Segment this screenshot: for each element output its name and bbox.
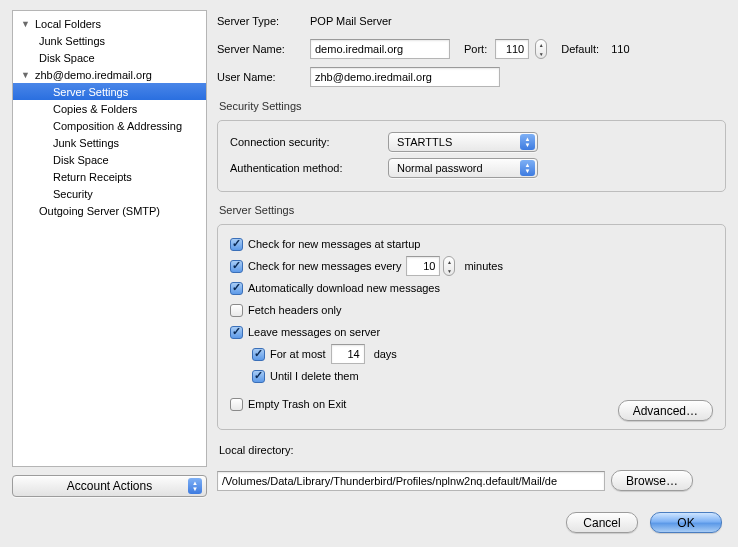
account-tree: ▼ Local Folders Junk Settings Disk Space… bbox=[12, 10, 207, 467]
tree-label: Junk Settings bbox=[53, 137, 119, 149]
port-input[interactable] bbox=[495, 39, 529, 59]
select-value: Normal password bbox=[397, 162, 483, 174]
browse-button[interactable]: Browse… bbox=[611, 470, 693, 491]
for-at-most-checkbox[interactable] bbox=[252, 348, 265, 361]
updown-arrows-icon: ▲▼ bbox=[520, 134, 535, 150]
tree-item-disk-space-acct[interactable]: Disk Space bbox=[13, 151, 206, 168]
until-delete-label: Until I delete them bbox=[270, 370, 359, 382]
user-name-label: User Name: bbox=[217, 71, 302, 83]
fetch-headers-label: Fetch headers only bbox=[248, 304, 342, 316]
advanced-button[interactable]: Advanced… bbox=[618, 400, 713, 421]
for-at-most-prefix: For at most bbox=[270, 348, 326, 360]
tree-label: Security bbox=[53, 188, 93, 200]
tree-item-server-settings[interactable]: Server Settings bbox=[13, 83, 206, 100]
account-actions-menu[interactable]: Account Actions ▲▼ bbox=[12, 475, 207, 497]
server-settings-title: Server Settings bbox=[219, 204, 726, 216]
leave-on-server-label: Leave messages on server bbox=[248, 326, 380, 338]
minutes-stepper[interactable]: ▲▼ bbox=[443, 256, 455, 276]
server-type-value: POP Mail Server bbox=[310, 15, 392, 27]
account-actions-label: Account Actions bbox=[67, 479, 152, 493]
security-settings-title: Security Settings bbox=[219, 100, 726, 112]
server-type-label: Server Type: bbox=[217, 15, 302, 27]
for-at-most-suffix: days bbox=[374, 348, 397, 360]
auth-method-select[interactable]: Normal password ▲▼ bbox=[388, 158, 538, 178]
empty-trash-checkbox[interactable] bbox=[230, 398, 243, 411]
tree-item-disk-space[interactable]: Disk Space bbox=[13, 49, 206, 66]
browse-button-label: Browse… bbox=[626, 474, 678, 488]
for-at-most-input[interactable] bbox=[331, 344, 365, 364]
updown-arrows-icon: ▲▼ bbox=[188, 478, 202, 494]
cancel-button-label: Cancel bbox=[583, 516, 620, 530]
port-stepper[interactable]: ▲▼ bbox=[535, 39, 547, 59]
tree-item-return-receipts[interactable]: Return Receipts bbox=[13, 168, 206, 185]
tree-item-copies-folders[interactable]: Copies & Folders bbox=[13, 100, 206, 117]
check-startup-checkbox[interactable] bbox=[230, 238, 243, 251]
tree-label: Junk Settings bbox=[39, 35, 105, 47]
server-name-input[interactable] bbox=[310, 39, 450, 59]
tree-item-security[interactable]: Security bbox=[13, 185, 206, 202]
user-name-input[interactable] bbox=[310, 67, 500, 87]
auto-download-label: Automatically download new messages bbox=[248, 282, 440, 294]
disclosure-triangle-icon: ▼ bbox=[21, 70, 31, 80]
check-every-suffix: minutes bbox=[464, 260, 503, 272]
tree-label: Return Receipts bbox=[53, 171, 132, 183]
settings-panel: Server Type: POP Mail Server Server Name… bbox=[217, 10, 726, 497]
tree-item-local-folders[interactable]: ▼ Local Folders bbox=[13, 15, 206, 32]
connection-security-select[interactable]: STARTTLS ▲▼ bbox=[388, 132, 538, 152]
ok-button[interactable]: OK bbox=[650, 512, 722, 533]
check-every-checkbox[interactable] bbox=[230, 260, 243, 273]
local-directory-label: Local directory: bbox=[219, 444, 726, 456]
default-port-value: 110 bbox=[611, 43, 629, 55]
check-every-prefix: Check for new messages every bbox=[248, 260, 401, 272]
tree-item-account[interactable]: ▼ zhb@demo.iredmail.org bbox=[13, 66, 206, 83]
port-label: Port: bbox=[464, 43, 487, 55]
select-value: STARTTLS bbox=[397, 136, 452, 148]
tree-label: Disk Space bbox=[53, 154, 109, 166]
connection-security-label: Connection security: bbox=[230, 136, 380, 148]
tree-item-junk-settings-acct[interactable]: Junk Settings bbox=[13, 134, 206, 151]
server-settings-group: Check for new messages at startup Check … bbox=[217, 224, 726, 430]
empty-trash-label: Empty Trash on Exit bbox=[248, 398, 346, 410]
ok-button-label: OK bbox=[677, 516, 694, 530]
cancel-button[interactable]: Cancel bbox=[566, 512, 638, 533]
tree-item-composition[interactable]: Composition & Addressing bbox=[13, 117, 206, 134]
local-directory-input[interactable] bbox=[217, 471, 605, 491]
tree-label: zhb@demo.iredmail.org bbox=[35, 69, 152, 81]
auth-method-label: Authentication method: bbox=[230, 162, 380, 174]
check-startup-label: Check for new messages at startup bbox=[248, 238, 420, 250]
tree-item-junk-settings[interactable]: Junk Settings bbox=[13, 32, 206, 49]
tree-label: Composition & Addressing bbox=[53, 120, 182, 132]
until-delete-checkbox[interactable] bbox=[252, 370, 265, 383]
tree-label: Copies & Folders bbox=[53, 103, 137, 115]
fetch-headers-checkbox[interactable] bbox=[230, 304, 243, 317]
server-name-label: Server Name: bbox=[217, 43, 302, 55]
default-label: Default: bbox=[561, 43, 599, 55]
check-every-input[interactable] bbox=[406, 256, 440, 276]
tree-item-outgoing-smtp[interactable]: Outgoing Server (SMTP) bbox=[13, 202, 206, 219]
leave-on-server-checkbox[interactable] bbox=[230, 326, 243, 339]
tree-label: Local Folders bbox=[35, 18, 101, 30]
security-settings-group: Connection security: STARTTLS ▲▼ Authent… bbox=[217, 120, 726, 192]
tree-label: Server Settings bbox=[53, 86, 128, 98]
auto-download-checkbox[interactable] bbox=[230, 282, 243, 295]
disclosure-triangle-icon: ▼ bbox=[21, 19, 31, 29]
updown-arrows-icon: ▲▼ bbox=[520, 160, 535, 176]
tree-label: Outgoing Server (SMTP) bbox=[39, 205, 160, 217]
advanced-button-label: Advanced… bbox=[633, 404, 698, 418]
tree-label: Disk Space bbox=[39, 52, 95, 64]
